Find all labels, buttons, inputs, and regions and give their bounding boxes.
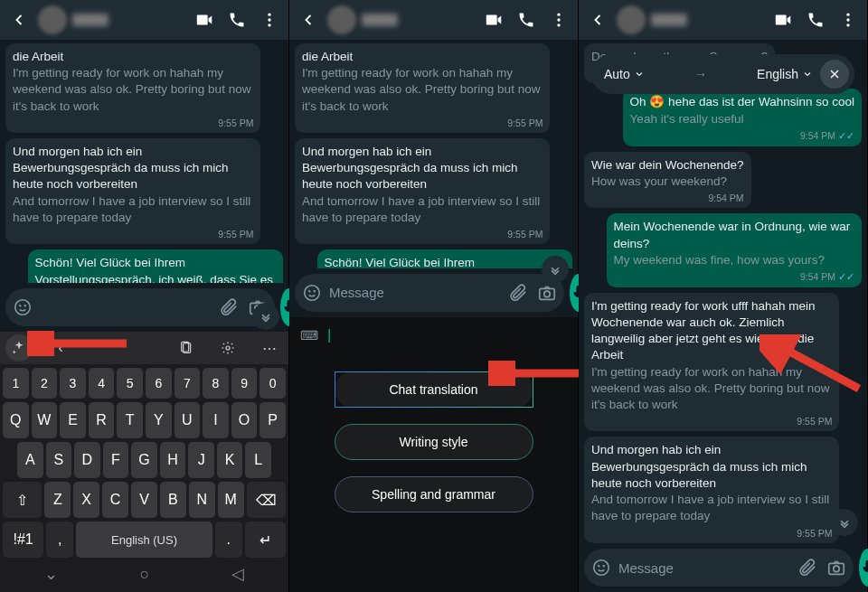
key[interactable]: S	[46, 442, 72, 478]
avatar[interactable]	[327, 5, 356, 34]
message-bubble[interactable]: Und morgen hab ich ein Bewerbungsgespräc…	[584, 437, 839, 542]
keyboard-collapse-hint[interactable]: ⌨|	[300, 326, 331, 344]
key[interactable]: 1	[3, 368, 29, 399]
backspace-key[interactable]: ⌫	[247, 482, 286, 518]
message-bubble[interactable]: die ArbeitI'm getting ready for work on …	[5, 43, 260, 133]
key[interactable]: 4	[89, 368, 115, 399]
key[interactable]: D	[74, 442, 100, 478]
key[interactable]: Z	[44, 482, 71, 518]
key[interactable]: 5	[117, 368, 143, 399]
key[interactable]: C	[102, 482, 128, 518]
key[interactable]: U	[175, 402, 201, 438]
translate-to[interactable]: English	[757, 67, 813, 81]
back-icon[interactable]	[584, 6, 611, 33]
ai-assist-icon[interactable]	[5, 334, 33, 362]
scroll-to-bottom[interactable]	[252, 303, 279, 330]
contact-name[interactable]	[651, 14, 687, 26]
attach-icon[interactable]	[217, 296, 241, 319]
avatar[interactable]	[617, 5, 646, 34]
message-bubble[interactable]: I'm getting ready for work ufff hahah me…	[584, 293, 839, 432]
camera-icon[interactable]	[825, 556, 848, 579]
key[interactable]: N	[189, 482, 215, 518]
key[interactable]: 9	[231, 368, 258, 399]
video-call-icon[interactable]	[191, 6, 218, 33]
key[interactable]: H	[160, 442, 186, 478]
message-bubble[interactable]: Und morgen hab ich ein Bewerbungsgespräc…	[5, 138, 260, 244]
enter-key[interactable]: ↵	[245, 522, 286, 558]
more-icon[interactable]	[835, 6, 862, 33]
option-chat-translation[interactable]: Chat translation	[335, 371, 533, 408]
symbols-key[interactable]: !#1	[3, 522, 43, 558]
key[interactable]: 6	[146, 368, 172, 399]
key[interactable]: 2	[32, 368, 58, 399]
scroll-to-bottom[interactable]	[542, 256, 569, 283]
attach-icon[interactable]	[506, 281, 530, 305]
camera-icon[interactable]	[535, 281, 559, 305]
key[interactable]: I	[203, 402, 229, 438]
message-bubble[interactable]: Oh 😍 hehe das ist der Wahnsinn so coolYe…	[623, 89, 862, 146]
gear-icon[interactable]	[214, 334, 241, 362]
keyboard-hide-icon[interactable]: ⌄	[44, 564, 58, 584]
message-input[interactable]	[618, 560, 790, 576]
key[interactable]: 7	[175, 368, 201, 399]
key[interactable]: 0	[259, 368, 286, 399]
voice-call-icon[interactable]	[513, 6, 540, 33]
voice-call-icon[interactable]	[802, 6, 829, 33]
key[interactable]: K	[217, 442, 243, 478]
key[interactable]: Y	[146, 402, 172, 438]
more-icon[interactable]	[256, 6, 283, 33]
message-bubble[interactable]: Schön! Viel Glück bei Ihrem Vorstellungs…	[317, 249, 572, 268]
clipboard-icon[interactable]	[173, 334, 200, 362]
key[interactable]: 3	[60, 368, 86, 399]
message-bubble[interactable]: Und morgen hab ich ein Bewerbungsgespräc…	[295, 138, 550, 244]
message-bubble[interactable]: Mein Wochenende war in Ordnung, wie war …	[607, 213, 862, 287]
key[interactable]: R	[89, 402, 115, 438]
voice-call-icon[interactable]	[223, 6, 250, 33]
close-icon[interactable]	[820, 60, 849, 89]
key[interactable]: V	[131, 482, 157, 518]
emoji-icon[interactable]	[11, 296, 34, 319]
key[interactable]: O	[231, 402, 258, 438]
key[interactable]: A	[17, 442, 43, 478]
key[interactable]: X	[73, 482, 99, 518]
scroll-to-bottom[interactable]	[831, 509, 858, 536]
option-spelling-grammar[interactable]: Spelling and grammar	[335, 476, 533, 512]
period-key[interactable]: .	[215, 522, 242, 558]
more-icon[interactable]	[545, 6, 572, 33]
home-icon[interactable]: ○	[140, 565, 150, 584]
spacebar[interactable]: English (US)	[76, 522, 212, 558]
back-nav-icon[interactable]: ◁	[231, 564, 244, 584]
contact-name[interactable]	[362, 14, 398, 26]
shift-key[interactable]: ⇧	[3, 482, 42, 518]
back-icon[interactable]	[295, 6, 322, 33]
message-input[interactable]	[329, 285, 501, 300]
avatar[interactable]	[38, 5, 67, 34]
translate-from[interactable]: Auto	[604, 67, 645, 81]
message-bubble[interactable]: Wie war dein Wochenende?How was your wee…	[584, 152, 751, 209]
video-call-icon[interactable]	[480, 6, 507, 33]
key[interactable]: B	[160, 482, 186, 518]
key[interactable]: 8	[203, 368, 229, 399]
chevron-left-icon[interactable]: ‹	[47, 334, 74, 362]
key[interactable]: T	[117, 402, 143, 438]
mic-button[interactable]	[859, 549, 868, 587]
emoji-icon[interactable]	[300, 281, 324, 305]
option-writing-style[interactable]: Writing style	[335, 424, 533, 460]
message-bubble[interactable]: Schön! Viel Glück bei Ihrem Vorstellungs…	[28, 249, 283, 283]
key[interactable]: M	[218, 482, 244, 518]
comma-key[interactable]: ,	[46, 522, 73, 558]
key[interactable]: F	[103, 442, 129, 478]
key[interactable]: Q	[3, 402, 29, 438]
video-call-icon[interactable]	[769, 6, 797, 33]
back-icon[interactable]	[5, 6, 33, 33]
message-input[interactable]	[40, 300, 212, 315]
emoji-icon[interactable]	[590, 556, 613, 579]
more-horiz-icon[interactable]: ⋯	[256, 334, 283, 362]
key[interactable]: W	[32, 402, 58, 438]
message-bubble[interactable]: die ArbeitI'm getting ready for work on …	[295, 43, 550, 133]
key[interactable]: E	[60, 402, 86, 438]
key[interactable]: L	[245, 442, 271, 478]
contact-name[interactable]	[72, 14, 108, 26]
attach-icon[interactable]	[796, 556, 819, 579]
key[interactable]: J	[188, 442, 214, 478]
